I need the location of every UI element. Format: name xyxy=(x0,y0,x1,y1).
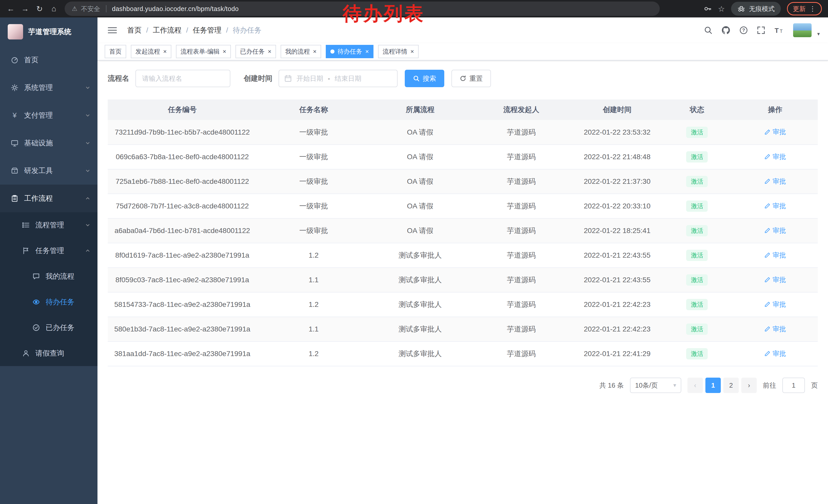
status-badge: 激活 xyxy=(686,127,708,138)
process-name-input[interactable] xyxy=(135,70,230,87)
sidebar-item-system[interactable]: 系统管理 xyxy=(0,74,97,101)
goto-page-input[interactable] xyxy=(782,378,805,393)
task-table: 任务编号 任务名称 所属流程 流程发起人 创建时间 状态 操作 73211d9d… xyxy=(97,99,828,366)
table-row: 069c6a63-7b8a-11ec-8ef0-acde48001122 一级审… xyxy=(108,145,818,169)
breadcrumb-separator: / xyxy=(226,26,228,34)
approve-link[interactable]: 审批 xyxy=(764,226,786,235)
cell-initiator: 芋道源码 xyxy=(470,145,573,169)
cell-process: OA 请假 xyxy=(370,169,470,194)
tab-todo-tasks[interactable]: 待办任务 × xyxy=(326,45,373,58)
sidebar-item-home[interactable]: 首页 xyxy=(0,46,97,74)
sidebar-item-label: 任务管理 xyxy=(35,246,64,256)
sidebar-item-leave-query[interactable]: 请假查询 xyxy=(0,340,97,366)
sidebar-item-done-tasks[interactable]: 已办任务 xyxy=(0,315,97,340)
close-icon[interactable]: × xyxy=(410,48,414,55)
header-actions: ? TT ▾ xyxy=(704,23,820,37)
tab-process-detail[interactable]: 流程详情 × xyxy=(378,45,419,58)
approve-link[interactable]: 审批 xyxy=(764,251,786,260)
tab-my-process[interactable]: 我的流程 × xyxy=(281,45,321,58)
reload-icon[interactable]: ↻ xyxy=(33,2,46,15)
approve-link[interactable]: 审批 xyxy=(764,300,786,309)
sidebar-item-workflow[interactable]: 工作流程 xyxy=(0,185,97,212)
cell-task-name: 一级审批 xyxy=(257,145,370,169)
table-row: 725a1eb6-7b88-11ec-8ef0-acde48001122 一级审… xyxy=(108,169,818,194)
cell-action: 审批 xyxy=(733,292,818,317)
close-icon[interactable]: × xyxy=(313,48,317,55)
page-button-2[interactable]: 2 xyxy=(723,378,739,393)
approve-link[interactable]: 审批 xyxy=(764,325,786,333)
sidebar-item-label: 工作流程 xyxy=(24,193,53,203)
sidebar-item-devtools[interactable]: 研发工具 xyxy=(0,157,97,185)
approve-link[interactable]: 审批 xyxy=(764,152,786,161)
sidebar-item-label: 我的流程 xyxy=(46,272,74,281)
sidebar-item-process-mgmt[interactable]: 流程管理 xyxy=(0,212,97,238)
avatar-caret-icon[interactable]: ▾ xyxy=(817,31,820,37)
close-icon[interactable]: × xyxy=(163,48,167,55)
home-icon[interactable]: ⌂ xyxy=(47,2,60,15)
page-size-select[interactable]: 10条/页 ▾ xyxy=(630,378,681,393)
sidebar-item-task-mgmt[interactable]: 任务管理 xyxy=(0,238,97,264)
sidebar-item-payment[interactable]: ¥ 支付管理 xyxy=(0,101,97,129)
font-size-icon[interactable]: TT xyxy=(774,26,784,34)
filter-bar: 流程名 创建时间 开始日期 - 结束日期 搜索 重置 xyxy=(97,60,828,99)
tab-start-process[interactable]: 发起流程 × xyxy=(131,45,171,58)
cell-action: 审批 xyxy=(733,341,818,366)
cell-created: 2022-01-22 21:37:30 xyxy=(573,169,662,194)
tab-label: 发起流程 xyxy=(135,47,160,56)
search-icon[interactable] xyxy=(704,26,713,35)
key-icon[interactable] xyxy=(704,5,712,13)
sidebar-item-infra[interactable]: 基础设施 xyxy=(0,129,97,157)
breadcrumb-home[interactable]: 首页 xyxy=(127,26,141,35)
search-button[interactable]: 搜索 xyxy=(405,70,444,87)
chevron-down-icon: ▾ xyxy=(673,382,676,388)
table-row: 8f059c03-7ac8-11ec-a9e2-a2380e71991a 1.1… xyxy=(108,268,818,292)
cell-process: 测试多审批人 xyxy=(370,268,470,292)
breadcrumb-workflow[interactable]: 工作流程 xyxy=(153,26,181,35)
col-task-id: 任务编号 xyxy=(108,99,257,120)
tab-form-edit[interactable]: 流程表单-编辑 × xyxy=(176,45,231,58)
prev-page-button[interactable]: ‹ xyxy=(688,378,703,393)
svg-text:?: ? xyxy=(742,28,745,33)
browser-update-menu[interactable]: 更新 ⋮ xyxy=(787,2,822,15)
reset-button[interactable]: 重置 xyxy=(451,70,491,87)
clipboard-icon xyxy=(10,194,19,202)
tab-label: 首页 xyxy=(109,47,122,56)
page-button-1[interactable]: 1 xyxy=(705,378,721,393)
user-avatar[interactable] xyxy=(793,23,812,37)
status-badge: 激活 xyxy=(686,151,708,163)
sidebar-item-todo-tasks[interactable]: 待办任务 xyxy=(0,289,97,315)
app-header: 首页 / 工作流程 / 任务管理 / 待办任务 ? xyxy=(97,17,828,43)
github-icon[interactable] xyxy=(721,26,731,35)
date-range-picker[interactable]: 开始日期 - 结束日期 xyxy=(279,70,398,87)
fullscreen-icon[interactable] xyxy=(757,26,765,35)
approve-link[interactable]: 审批 xyxy=(764,177,786,186)
approve-link[interactable]: 审批 xyxy=(764,349,786,358)
cell-created: 2022-01-21 22:43:55 xyxy=(573,243,662,268)
approve-link[interactable]: 审批 xyxy=(764,275,786,284)
approve-label: 审批 xyxy=(773,152,786,161)
sidebar-item-my-process[interactable]: 我的流程 xyxy=(0,264,97,289)
sidebar-toggle-icon[interactable] xyxy=(106,25,119,36)
approve-link[interactable]: 审批 xyxy=(764,201,786,211)
close-icon[interactable]: × xyxy=(223,48,226,55)
cell-initiator: 芋道源码 xyxy=(470,194,573,218)
back-icon[interactable]: ← xyxy=(4,2,17,15)
edit-icon xyxy=(764,351,771,357)
approve-link[interactable]: 审批 xyxy=(764,127,786,136)
tab-home[interactable]: 首页 xyxy=(105,45,126,58)
close-icon[interactable]: × xyxy=(365,48,369,55)
forward-icon[interactable]: → xyxy=(18,2,32,15)
close-icon[interactable]: × xyxy=(268,48,272,55)
breadcrumb-task-mgmt[interactable]: 任务管理 xyxy=(193,26,222,35)
bookmark-star-icon[interactable]: ☆ xyxy=(718,4,725,13)
chevron-down-icon xyxy=(85,85,90,90)
cell-task-name: 一级审批 xyxy=(257,120,370,145)
gear-icon xyxy=(10,84,19,92)
next-page-button[interactable]: › xyxy=(741,378,757,393)
table-row: a6aba0a4-7b6d-11ec-b781-acde48001122 一级审… xyxy=(108,218,818,243)
edit-icon xyxy=(764,153,771,160)
cell-initiator: 芋道源码 xyxy=(470,317,573,341)
help-icon[interactable]: ? xyxy=(739,26,748,35)
tab-done-tasks[interactable]: 已办任务 × xyxy=(236,45,276,58)
edit-icon xyxy=(764,227,771,234)
